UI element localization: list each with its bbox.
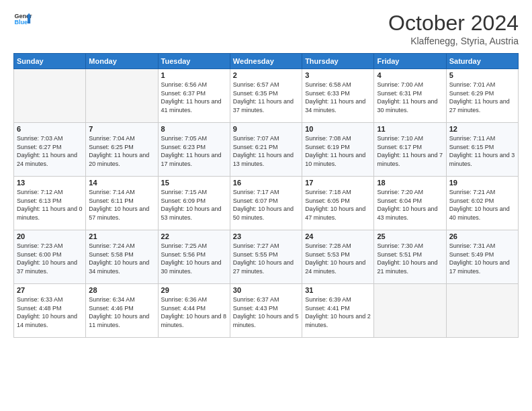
calendar-week-2: 6Sunrise: 7:03 AMSunset: 6:27 PMDaylight…	[14, 123, 519, 177]
col-sunday: Sunday	[14, 54, 86, 69]
cell-info: Sunrise: 6:33 AMSunset: 4:48 PMDaylight:…	[17, 295, 83, 329]
cell-info: Sunrise: 7:15 AMSunset: 6:09 PMDaylight:…	[161, 188, 227, 222]
cell-day-number: 13	[17, 179, 83, 187]
calendar-header-row: Sunday Monday Tuesday Wednesday Thursday…	[14, 54, 519, 69]
cell-day-number: 20	[17, 232, 83, 240]
cell-day-number: 27	[17, 286, 83, 294]
header: General Blue October 2024 Klaffenegg, St…	[13, 11, 519, 46]
calendar-table: Sunday Monday Tuesday Wednesday Thursday…	[13, 53, 519, 338]
calendar-cell: 28Sunrise: 6:34 AMSunset: 4:46 PMDayligh…	[86, 284, 158, 338]
cell-info: Sunrise: 6:58 AMSunset: 6:33 PMDaylight:…	[305, 81, 371, 114]
col-thursday: Thursday	[302, 54, 374, 69]
calendar-cell: 24Sunrise: 7:28 AMSunset: 5:53 PMDayligh…	[302, 230, 374, 284]
calendar-cell: 31Sunrise: 6:39 AMSunset: 4:41 PMDayligh…	[302, 284, 374, 338]
calendar-week-4: 20Sunrise: 7:23 AMSunset: 6:00 PMDayligh…	[14, 230, 519, 284]
cell-day-number: 17	[305, 179, 371, 187]
cell-info: Sunrise: 7:31 AMSunset: 5:49 PMDaylight:…	[449, 242, 515, 275]
calendar-cell: 21Sunrise: 7:24 AMSunset: 5:58 PMDayligh…	[86, 230, 158, 284]
cell-info: Sunrise: 7:08 AMSunset: 6:19 PMDaylight:…	[305, 134, 371, 168]
cell-day-number: 24	[305, 232, 371, 240]
col-monday: Monday	[86, 54, 158, 69]
cell-day-number: 18	[377, 179, 443, 187]
subtitle: Klaffenegg, Styria, Austria	[388, 36, 519, 46]
calendar-cell	[374, 284, 446, 338]
calendar-cell: 7Sunrise: 7:04 AMSunset: 6:25 PMDaylight…	[86, 123, 158, 177]
calendar-cell: 20Sunrise: 7:23 AMSunset: 6:00 PMDayligh…	[14, 230, 86, 284]
cell-day-number: 31	[305, 286, 371, 294]
calendar-cell: 14Sunrise: 7:14 AMSunset: 6:11 PMDayligh…	[86, 177, 158, 230]
calendar-cell: 29Sunrise: 6:36 AMSunset: 4:44 PMDayligh…	[158, 284, 230, 338]
calendar-cell: 30Sunrise: 6:37 AMSunset: 4:43 PMDayligh…	[230, 284, 302, 338]
cell-day-number: 2	[233, 71, 299, 79]
cell-info: Sunrise: 6:56 AMSunset: 6:37 PMDaylight:…	[161, 81, 227, 114]
calendar-cell: 18Sunrise: 7:20 AMSunset: 6:04 PMDayligh…	[374, 177, 446, 230]
logo-icon: General Blue	[13, 9, 32, 28]
calendar-week-1: 1Sunrise: 6:56 AMSunset: 6:37 PMDaylight…	[14, 69, 519, 123]
calendar-cell: 27Sunrise: 6:33 AMSunset: 4:48 PMDayligh…	[14, 284, 86, 338]
cell-info: Sunrise: 6:57 AMSunset: 6:35 PMDaylight:…	[233, 81, 299, 114]
cell-day-number: 4	[377, 71, 443, 79]
cell-day-number: 21	[89, 232, 154, 240]
cell-info: Sunrise: 7:07 AMSunset: 6:21 PMDaylight:…	[233, 134, 299, 168]
calendar-cell	[86, 69, 158, 123]
cell-day-number: 9	[233, 125, 299, 133]
cell-day-number: 15	[161, 179, 227, 187]
calendar-cell: 19Sunrise: 7:21 AMSunset: 6:02 PMDayligh…	[446, 177, 518, 230]
calendar-cell: 4Sunrise: 7:00 AMSunset: 6:31 PMDaylight…	[374, 69, 446, 123]
cell-day-number: 14	[89, 179, 154, 187]
cell-day-number: 11	[377, 125, 443, 133]
calendar-cell: 12Sunrise: 7:11 AMSunset: 6:15 PMDayligh…	[446, 123, 518, 177]
cell-info: Sunrise: 7:24 AMSunset: 5:58 PMDaylight:…	[89, 242, 154, 275]
cell-day-number: 23	[233, 232, 299, 240]
cell-info: Sunrise: 7:11 AMSunset: 6:15 PMDaylight:…	[449, 134, 515, 168]
cell-info: Sunrise: 7:05 AMSunset: 6:23 PMDaylight:…	[161, 134, 227, 168]
logo: General Blue	[13, 11, 32, 28]
calendar-cell: 23Sunrise: 7:27 AMSunset: 5:55 PMDayligh…	[230, 230, 302, 284]
cell-info: Sunrise: 7:03 AMSunset: 6:27 PMDaylight:…	[17, 134, 83, 168]
cell-info: Sunrise: 6:37 AMSunset: 4:43 PMDaylight:…	[233, 295, 299, 329]
calendar-week-3: 13Sunrise: 7:12 AMSunset: 6:13 PMDayligh…	[14, 177, 519, 230]
col-saturday: Saturday	[446, 54, 518, 69]
cell-day-number: 12	[449, 125, 515, 133]
cell-info: Sunrise: 7:30 AMSunset: 5:51 PMDaylight:…	[377, 242, 443, 275]
cell-day-number: 7	[89, 125, 154, 133]
cell-day-number: 6	[17, 125, 83, 133]
col-friday: Friday	[374, 54, 446, 69]
calendar-cell: 5Sunrise: 7:01 AMSunset: 6:29 PMDaylight…	[446, 69, 518, 123]
calendar-cell	[14, 69, 86, 123]
calendar-cell: 13Sunrise: 7:12 AMSunset: 6:13 PMDayligh…	[14, 177, 86, 230]
cell-info: Sunrise: 7:14 AMSunset: 6:11 PMDaylight:…	[89, 188, 154, 222]
calendar-cell	[446, 284, 518, 338]
cell-info: Sunrise: 7:17 AMSunset: 6:07 PMDaylight:…	[233, 188, 299, 222]
calendar-cell: 17Sunrise: 7:18 AMSunset: 6:05 PMDayligh…	[302, 177, 374, 230]
cell-day-number: 22	[161, 232, 227, 240]
cell-info: Sunrise: 7:18 AMSunset: 6:05 PMDaylight:…	[305, 188, 371, 222]
cell-day-number: 1	[161, 71, 227, 79]
calendar-cell: 11Sunrise: 7:10 AMSunset: 6:17 PMDayligh…	[374, 123, 446, 177]
calendar-cell: 1Sunrise: 6:56 AMSunset: 6:37 PMDaylight…	[158, 69, 230, 123]
cell-info: Sunrise: 7:20 AMSunset: 6:04 PMDaylight:…	[377, 188, 443, 222]
cell-day-number: 19	[449, 179, 515, 187]
cell-day-number: 26	[449, 232, 515, 240]
page: General Blue October 2024 Klaffenegg, St…	[0, 0, 532, 411]
calendar-cell: 16Sunrise: 7:17 AMSunset: 6:07 PMDayligh…	[230, 177, 302, 230]
cell-info: Sunrise: 7:28 AMSunset: 5:53 PMDaylight:…	[305, 242, 371, 275]
cell-info: Sunrise: 7:10 AMSunset: 6:17 PMDaylight:…	[377, 134, 443, 168]
cell-info: Sunrise: 7:21 AMSunset: 6:02 PMDaylight:…	[449, 188, 515, 222]
calendar-cell: 10Sunrise: 7:08 AMSunset: 6:19 PMDayligh…	[302, 123, 374, 177]
svg-text:Blue: Blue	[14, 19, 28, 26]
cell-info: Sunrise: 6:36 AMSunset: 4:44 PMDaylight:…	[161, 295, 227, 329]
cell-info: Sunrise: 6:34 AMSunset: 4:46 PMDaylight:…	[89, 295, 154, 329]
calendar-cell: 22Sunrise: 7:25 AMSunset: 5:56 PMDayligh…	[158, 230, 230, 284]
cell-info: Sunrise: 7:23 AMSunset: 6:00 PMDaylight:…	[17, 242, 83, 275]
cell-day-number: 30	[233, 286, 299, 294]
cell-day-number: 8	[161, 125, 227, 133]
calendar-week-5: 27Sunrise: 6:33 AMSunset: 4:48 PMDayligh…	[14, 284, 519, 338]
cell-day-number: 10	[305, 125, 371, 133]
col-wednesday: Wednesday	[230, 54, 302, 69]
calendar-cell: 26Sunrise: 7:31 AMSunset: 5:49 PMDayligh…	[446, 230, 518, 284]
calendar-cell: 3Sunrise: 6:58 AMSunset: 6:33 PMDaylight…	[302, 69, 374, 123]
title-block: October 2024 Klaffenegg, Styria, Austria	[388, 11, 519, 46]
cell-day-number: 5	[449, 71, 515, 79]
calendar-cell: 8Sunrise: 7:05 AMSunset: 6:23 PMDaylight…	[158, 123, 230, 177]
